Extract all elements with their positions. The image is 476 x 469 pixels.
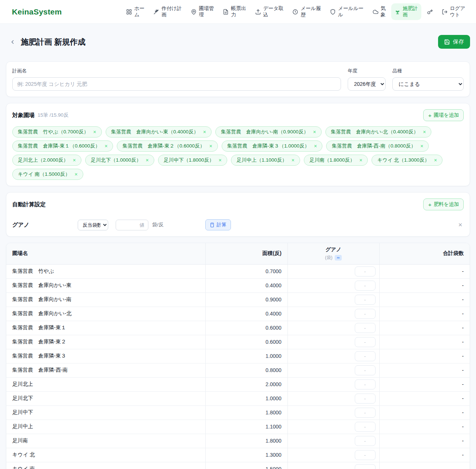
- field-tag: 集落営農 倉庫向かい-東（0.4000反） ×: [106, 126, 212, 138]
- save-button[interactable]: 保存: [438, 35, 470, 49]
- remove-tag-icon[interactable]: ×: [75, 172, 78, 177]
- field-tag-label: キウイ 北（1.3000反）: [377, 157, 430, 164]
- field-name-cell: 足川中上: [6, 420, 206, 434]
- remove-tag-icon[interactable]: ×: [314, 143, 317, 149]
- total-bags-cell: -: [379, 278, 470, 292]
- bags-input[interactable]: [355, 379, 376, 389]
- bags-input[interactable]: [355, 266, 376, 276]
- remove-tag-icon[interactable]: ×: [93, 129, 96, 135]
- bags-input[interactable]: [355, 351, 376, 361]
- plan-name-label: 計画名: [12, 68, 341, 74]
- field-tag-label: 集落営農 倉庫隣-東２（0.6000反）: [122, 143, 205, 149]
- bags-input[interactable]: [355, 309, 376, 319]
- field-tag: 集落営農 倉庫向かい-南（0.9000反） ×: [215, 126, 322, 138]
- fertilizer-name: グアノ: [12, 221, 78, 229]
- remove-tag-icon[interactable]: ×: [73, 158, 76, 163]
- variety-select[interactable]: にこまる: [392, 77, 464, 91]
- nav-item-mail-rules[interactable]: メールルー ル: [327, 3, 367, 20]
- bags-input[interactable]: [355, 281, 376, 291]
- bags-input[interactable]: [355, 436, 376, 446]
- total-bags-cell: -: [379, 321, 470, 335]
- table-row: 集落営農 倉庫隣-西-南 0.8000 -: [6, 363, 470, 377]
- nav-item-report-output[interactable]: 帳票出 力: [219, 3, 250, 20]
- field-tag: 集落営農 倉庫隣-東２（0.6000反） ×: [117, 140, 218, 152]
- field-tag-label: 足川南（1.8000反）: [309, 157, 355, 164]
- nav-item-logout[interactable]: ログア ウト: [438, 3, 469, 20]
- field-tag: 足川南（1.8000反） ×: [304, 155, 368, 166]
- calc-mode-select[interactable]: 反当袋数: [78, 220, 108, 230]
- total-bags-cell: -: [379, 405, 470, 420]
- column-header-fertilizer: グアノ (袋) ≃: [287, 243, 379, 264]
- remove-tag-icon[interactable]: ×: [359, 158, 362, 163]
- area-cell: 1.8000: [206, 405, 288, 420]
- nav-item-password[interactable]: [424, 7, 436, 17]
- bags-input[interactable]: [355, 365, 376, 375]
- plan-name-input[interactable]: [12, 77, 341, 91]
- bags-input[interactable]: [355, 464, 376, 469]
- table-row: 集落営農 竹やぶ 0.7000 -: [6, 264, 470, 278]
- field-name-cell: 集落営農 倉庫隣-西-南: [6, 363, 206, 377]
- bags-input[interactable]: [355, 422, 376, 432]
- field-name-cell: 集落営農 倉庫隣-東１: [6, 321, 206, 335]
- shield-icon: [330, 9, 336, 15]
- field-tag-label: 集落営農 倉庫隣-東３（1.0000反）: [227, 143, 309, 149]
- area-cell: 0.9000: [206, 292, 288, 307]
- field-name-cell: キウイ 北: [6, 448, 206, 462]
- nav-label: 施肥計 画: [403, 6, 418, 18]
- remove-tag-icon[interactable]: ×: [313, 129, 316, 135]
- nav-item-home[interactable]: ホー ム: [123, 3, 148, 20]
- fertilizer-cell: [287, 434, 379, 448]
- add-fertilizer-button[interactable]: + 肥料を追加: [423, 198, 464, 210]
- field-tag: 集落営農 倉庫隣-西-南（0.8000反） ×: [326, 140, 429, 152]
- total-bags-cell: -: [379, 462, 470, 469]
- auto-calc-card: 自動計算設定 + 肥料を追加 グアノ 反当袋数 袋/反 計算 ×: [6, 192, 470, 237]
- document-icon: [223, 9, 229, 15]
- page-title: 施肥計画 新規作成: [21, 37, 86, 47]
- calculator-icon: [210, 223, 215, 227]
- area-cell: 0.7000: [206, 264, 288, 278]
- nav-item-data-import[interactable]: データ取 込: [252, 3, 287, 20]
- bags-input[interactable]: [355, 450, 376, 460]
- calculate-button[interactable]: 計算: [205, 219, 231, 230]
- bags-input[interactable]: [355, 295, 376, 305]
- year-select[interactable]: 2026年度: [348, 77, 386, 91]
- nav-item-mail-history[interactable]: メール履 歴: [289, 3, 324, 20]
- bags-input[interactable]: [355, 394, 376, 404]
- calc-value-input[interactable]: [116, 220, 148, 230]
- brand-logo: KeinaSystem: [12, 7, 62, 16]
- fields-table-card: 圃場名 面積(反) グアノ (袋) ≃ 合計袋数 集落営農 竹やぶ 0.7000: [6, 243, 470, 469]
- table-row: 足川北下 1.0000 -: [6, 391, 470, 405]
- round-toggle-badge[interactable]: ≃: [335, 255, 342, 261]
- remove-tag-icon[interactable]: ×: [423, 129, 426, 135]
- field-tag: 足川北上（2.0000反） ×: [12, 155, 81, 166]
- bags-input[interactable]: [355, 337, 376, 347]
- remove-tag-icon[interactable]: ×: [209, 143, 212, 149]
- remove-tag-icon[interactable]: ×: [219, 158, 222, 163]
- fertilizer-cell: [287, 405, 379, 420]
- remove-tag-icon[interactable]: ×: [146, 158, 149, 163]
- nav-item-planting-plan[interactable]: 作付け計 画: [150, 3, 185, 20]
- nav-item-field-management[interactable]: 圃場管 理: [187, 3, 218, 20]
- nav-item-weather[interactable]: 気 象: [369, 3, 389, 20]
- remove-tag-icon[interactable]: ×: [434, 158, 437, 163]
- remove-tag-icon[interactable]: ×: [104, 143, 107, 149]
- bags-input[interactable]: [355, 408, 376, 418]
- field-tag: 集落営農 倉庫隣-東３（1.0000反） ×: [222, 140, 322, 152]
- remove-fertilizer-icon[interactable]: ×: [457, 221, 464, 229]
- field-tag: 集落営農 倉庫隣-東１（0.6000反） ×: [12, 140, 113, 152]
- remove-tag-icon[interactable]: ×: [420, 143, 423, 149]
- sprout-icon: [395, 9, 401, 15]
- remove-tag-icon[interactable]: ×: [292, 158, 295, 163]
- back-button[interactable]: [7, 37, 18, 47]
- fertilizer-cell: [287, 335, 379, 349]
- bags-input[interactable]: [355, 323, 376, 333]
- field-tag: キウイ 南（1.5000反） ×: [12, 169, 83, 180]
- nav-item-fertilization-plan[interactable]: 施肥計 画: [391, 3, 421, 20]
- target-fields-summary: 15筆 /15.90反: [38, 112, 68, 119]
- table-row: 集落営農 倉庫向かい-東 0.4000 -: [6, 278, 470, 292]
- remove-tag-icon[interactable]: ×: [203, 129, 206, 135]
- fertilizer-unit-label: (袋): [325, 255, 332, 261]
- area-cell: 2.0000: [206, 377, 288, 391]
- save-icon: [444, 39, 450, 45]
- add-field-button[interactable]: + 圃場を追加: [423, 109, 464, 121]
